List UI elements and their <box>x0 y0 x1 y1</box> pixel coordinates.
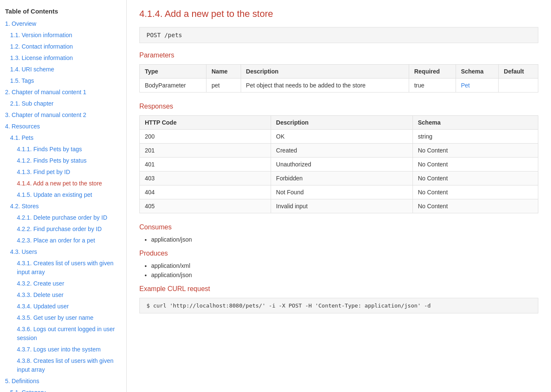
main-content: 4.1.4. Add a new pet to the store POST /… <box>127 0 551 392</box>
produces-title: Produces <box>139 250 538 257</box>
response-cell-schema: No Content <box>413 199 538 213</box>
response-cell-code: 403 <box>140 172 271 185</box>
responses-body: 200OKstring201CreatedNo Content401Unauth… <box>140 130 538 213</box>
response-cell-code: 200 <box>140 130 271 144</box>
toc-item-1.1[interactable]: 1.1. Version information <box>0 30 126 41</box>
param-cell-default <box>499 79 538 93</box>
responses-table: HTTP CodeDescriptionSchema 200OKstring20… <box>139 115 538 213</box>
param-cell-description: Pet object that needs to be added to the… <box>241 79 409 93</box>
param-cell-type: BodyParameter <box>140 79 206 93</box>
toc-item-4.3.2[interactable]: 4.3.2. Create user <box>0 278 126 289</box>
toc-item-4.3.6[interactable]: 4.3.6. Logs out current logged in user s… <box>0 324 126 344</box>
produces-list: application/xmlapplication/json <box>139 262 538 278</box>
responses-col-description: Description <box>271 116 413 130</box>
toc-item-4.1.2[interactable]: 4.1.2. Finds Pets by status <box>0 155 126 166</box>
curl-title: Example CURL request <box>139 285 538 293</box>
table-row: 201CreatedNo Content <box>140 144 538 158</box>
curl-command: $ curl 'http://localhost:8080/pets/' -i … <box>139 298 538 313</box>
toc-item-4.1[interactable]: 4.1. Pets <box>0 132 126 144</box>
params-col-description: Description <box>241 65 409 79</box>
toc-item-1.5[interactable]: 1.5. Tags <box>0 75 126 87</box>
toc-item-4.1.1[interactable]: 4.1.1. Finds Pets by tags <box>0 144 126 155</box>
list-item: application/json <box>151 272 538 278</box>
toc-item-4.2.3[interactable]: 4.2.3. Place an order for a pet <box>0 235 126 246</box>
consumes-list: application/json <box>139 236 538 243</box>
response-cell-schema: No Content <box>413 144 538 158</box>
toc-item-4[interactable]: 4. Resources <box>0 121 126 132</box>
params-col-required: Required <box>409 65 456 79</box>
toc-item-1.4[interactable]: 1.4. URI scheme <box>0 64 126 75</box>
param-cell-required: true <box>409 79 456 93</box>
toc-item-4.3.5[interactable]: 4.3.5. Get user by user name <box>0 312 126 324</box>
toc-item-5.1[interactable]: 5.1. Category <box>0 387 126 392</box>
params-col-type: Type <box>140 65 206 79</box>
params-col-schema: Schema <box>456 65 499 79</box>
response-cell-schema: No Content <box>413 158 538 172</box>
toc-title: Table of Contents <box>0 4 126 18</box>
params-body: BodyParameterpetPet object that needs to… <box>140 79 538 93</box>
responses-col-http-code: HTTP Code <box>140 116 271 130</box>
response-cell-schema: No Content <box>413 172 538 185</box>
toc-item-4.2.1[interactable]: 4.2.1. Delete purchase order by ID <box>0 212 126 223</box>
list-item: application/json <box>151 236 538 243</box>
table-row: 404Not FoundNo Content <box>140 185 538 199</box>
schema-link[interactable]: Pet <box>461 82 470 89</box>
toc-item-4.3.7[interactable]: 4.3.7. Logs user into the system <box>0 344 126 355</box>
response-cell-description: OK <box>271 130 413 144</box>
sidebar: Table of Contents 1. Overview1.1. Versio… <box>0 0 127 392</box>
response-cell-description: Not Found <box>271 185 413 199</box>
toc-item-1.3[interactable]: 1.3. License information <box>0 52 126 64</box>
table-row: BodyParameterpetPet object that needs to… <box>140 79 538 93</box>
table-row: 401UnauthorizedNo Content <box>140 158 538 172</box>
toc-item-2.1[interactable]: 2.1. Sub chapter <box>0 98 126 109</box>
toc-item-4.3[interactable]: 4.3. Users <box>0 246 126 258</box>
parameters-table: TypeNameDescriptionRequiredSchemaDefault… <box>139 64 538 93</box>
response-cell-description: Unauthorized <box>271 158 413 172</box>
response-cell-description: Forbidden <box>271 172 413 185</box>
response-cell-description: Created <box>271 144 413 158</box>
toc-item-1.2[interactable]: 1.2. Contact information <box>0 41 126 52</box>
responses-col-schema: Schema <box>413 116 538 130</box>
toc-item-4.1.4[interactable]: 4.1.4. Add a new pet to the store <box>0 178 126 189</box>
toc-item-4.2.2[interactable]: 4.2.2. Find purchase order by ID <box>0 223 126 235</box>
toc-item-4.3.1[interactable]: 4.3.1. Creates list of users with given … <box>0 258 126 278</box>
responses-header-row: HTTP CodeDescriptionSchema <box>140 116 538 130</box>
toc-item-3[interactable]: 3. Chapter of manual content 2 <box>0 109 126 121</box>
param-cell-schema: Pet <box>456 79 499 93</box>
responses-title: Responses <box>139 103 538 110</box>
response-cell-code: 404 <box>140 185 271 199</box>
table-row: 403ForbiddenNo Content <box>140 172 538 185</box>
page-title: 4.1.4. Add a new pet to the store <box>139 8 538 19</box>
response-cell-code: 405 <box>140 199 271 213</box>
list-item: application/xml <box>151 262 538 269</box>
table-row: 405Invalid inputNo Content <box>140 199 538 213</box>
toc-item-4.3.4[interactable]: 4.3.4. Updated user <box>0 301 126 312</box>
toc-item-4.1.3[interactable]: 4.1.3. Find pet by ID <box>0 166 126 178</box>
response-cell-code: 201 <box>140 144 271 158</box>
response-cell-schema: string <box>413 130 538 144</box>
response-cell-code: 401 <box>140 158 271 172</box>
params-col-name: Name <box>206 65 241 79</box>
toc-item-2[interactable]: 2. Chapter of manual content 1 <box>0 87 126 98</box>
toc-item-4.3.8[interactable]: 4.3.8. Creates list of users with given … <box>0 355 126 376</box>
toc-item-4.3.3[interactable]: 4.3.3. Delete user <box>0 289 126 301</box>
endpoint-code: POST /pets <box>139 27 538 43</box>
response-cell-description: Invalid input <box>271 199 413 213</box>
parameters-title: Parameters <box>139 52 538 59</box>
toc-item-4.1.5[interactable]: 4.1.5. Update an existing pet <box>0 189 126 201</box>
toc-list: 1. Overview1.1. Version information1.2. … <box>0 18 126 392</box>
param-cell-name: pet <box>206 79 241 93</box>
params-header-row: TypeNameDescriptionRequiredSchemaDefault <box>140 65 538 79</box>
toc-item-1[interactable]: 1. Overview <box>0 18 126 30</box>
table-row: 200OKstring <box>140 130 538 144</box>
consumes-title: Consumes <box>139 223 538 231</box>
params-col-default: Default <box>499 65 538 79</box>
toc-item-4.2[interactable]: 4.2. Stores <box>0 201 126 212</box>
toc-item-5[interactable]: 5. Definitions <box>0 376 126 387</box>
response-cell-schema: No Content <box>413 185 538 199</box>
